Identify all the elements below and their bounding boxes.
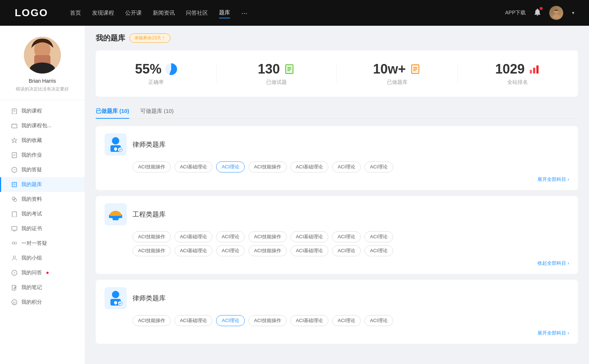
stat-done-banks: 10w+ 已做题库 bbox=[337, 58, 458, 89]
svg-point-1 bbox=[553, 14, 560, 18]
notification-dot bbox=[540, 7, 543, 10]
stat-accuracy-value: 55% bbox=[135, 61, 162, 77]
tag-2-4[interactable]: ACI基础理论 bbox=[290, 315, 329, 326]
avatar[interactable] bbox=[549, 6, 563, 20]
qa-icon: ? bbox=[11, 167, 18, 173]
svg-rect-16 bbox=[12, 182, 17, 187]
tag-1-e6[interactable]: ACI理论 bbox=[364, 245, 393, 256]
tag-2-0[interactable]: ACI技能操作 bbox=[133, 315, 171, 326]
sidebar-item-favorites[interactable]: 我的收藏 bbox=[0, 133, 85, 148]
my-qa-icon: ? bbox=[11, 270, 18, 276]
tag-1-4[interactable]: ACI基础理论 bbox=[290, 231, 329, 242]
nav-news[interactable]: 新闻资讯 bbox=[153, 8, 175, 18]
chevron-down-icon[interactable]: ▾ bbox=[572, 10, 574, 15]
engineer-bank-icon bbox=[105, 203, 127, 225]
sidebar-item-group[interactable]: 我的小组 bbox=[0, 251, 85, 265]
nav-qa[interactable]: 问答社区 bbox=[186, 8, 208, 18]
lawyer-bank-icon-2 bbox=[105, 287, 127, 309]
svg-rect-43 bbox=[533, 68, 535, 74]
page-title: 我的题库 bbox=[96, 33, 125, 43]
stat-done-questions-label: 已做试题 bbox=[266, 79, 287, 86]
my-course-icon bbox=[11, 108, 18, 114]
tag-1-e1[interactable]: ACI基础理论 bbox=[174, 245, 213, 256]
bank-tags-engineer-row1: ACI技能操作 ACI基础理论 ACI理论 ACI技能操作 ACI基础理论 AC… bbox=[133, 231, 569, 242]
notes-icon bbox=[11, 284, 18, 291]
nav-home[interactable]: 首页 bbox=[70, 8, 81, 18]
sidebar-item-my-course[interactable]: 我的课程 bbox=[0, 104, 85, 118]
certificate-icon bbox=[11, 225, 18, 232]
group-icon bbox=[11, 255, 18, 261]
tag-2-6[interactable]: ACI理论 bbox=[364, 315, 393, 326]
tag-1-1[interactable]: ACI基础理论 bbox=[174, 231, 213, 242]
bank-card-lawyer-2: 律师类题库 ACI技能操作 ACI基础理论 ACI理论 ACI技能操作 ACI基… bbox=[96, 280, 578, 344]
tag-1-2[interactable]: ACI理论 bbox=[216, 231, 245, 242]
expand-link-lawyer-1[interactable]: 展开全部科目 › bbox=[105, 176, 569, 183]
nav-more[interactable]: ··· bbox=[241, 9, 247, 17]
app-download-button[interactable]: APP下载 bbox=[505, 10, 526, 16]
sidebar-item-homework[interactable]: 我的作业 bbox=[0, 148, 85, 163]
svg-point-45 bbox=[112, 137, 119, 144]
sidebar-item-question-bank[interactable]: 我的题库 bbox=[0, 177, 85, 192]
bank-card-header-engineer: 工程类题库 bbox=[105, 203, 569, 225]
sidebar-item-exam[interactable]: 我的考试 bbox=[0, 207, 85, 221]
tag-0-6[interactable]: ACI理论 bbox=[364, 161, 393, 172]
sidebar-item-certificate[interactable]: 我的证书 bbox=[0, 221, 85, 236]
course-package-icon bbox=[11, 122, 18, 129]
bank-card-lawyer-1: 律师类题库 ACI技能操作 ACI基础理论 ACI理论 ACI技能操作 ACI基… bbox=[96, 126, 578, 190]
tag-2-5[interactable]: ACI理论 bbox=[332, 315, 361, 326]
tag-0-0[interactable]: ACI技能操作 bbox=[133, 161, 171, 172]
tag-0-4[interactable]: ACI基础理论 bbox=[290, 161, 329, 172]
question-bank-icon bbox=[11, 181, 18, 188]
trial-badge: 体验剩余23天！ bbox=[130, 33, 170, 43]
tag-2-1[interactable]: ACI基础理论 bbox=[174, 315, 213, 326]
nav-question-bank[interactable]: 题库 bbox=[219, 8, 230, 18]
sidebar-item-my-qa[interactable]: ? 我的问答 bbox=[0, 265, 85, 280]
svg-rect-50 bbox=[109, 216, 122, 218]
accuracy-icon bbox=[165, 63, 177, 75]
sidebar-item-1on1[interactable]: 一对一答疑 bbox=[0, 236, 85, 251]
stat-done-banks-value: 10w+ bbox=[373, 61, 406, 77]
my-data-icon bbox=[11, 196, 18, 203]
tab-available-banks[interactable]: 可做题库 (10) bbox=[140, 104, 174, 118]
tag-1-e5[interactable]: ACI理论 bbox=[332, 245, 361, 256]
tag-1-e3[interactable]: ACI技能操作 bbox=[248, 245, 287, 256]
tag-2-2[interactable]: ACI理论 bbox=[216, 315, 245, 326]
expand-link-lawyer-2[interactable]: 展开全部科目 › bbox=[105, 330, 569, 336]
tag-1-5[interactable]: ACI理论 bbox=[332, 231, 361, 242]
content: 我的题库 体验剩余23天！ 55% 正确率 130 bbox=[85, 26, 589, 364]
tag-1-e0[interactable]: ACI技能操作 bbox=[133, 245, 171, 256]
tag-1-0[interactable]: ACI技能操作 bbox=[133, 231, 171, 242]
header: LOGO 首页 发现课程 公开课 新闻资讯 问答社区 题库 ··· APP下载 … bbox=[0, 0, 589, 26]
done-banks-icon bbox=[409, 63, 421, 75]
sidebar-item-notes[interactable]: 我的笔记 bbox=[0, 280, 85, 295]
sidebar-item-points[interactable]: 积 我的积分 bbox=[0, 295, 85, 310]
tag-1-e4[interactable]: ACI基础理论 bbox=[290, 245, 329, 256]
tag-1-e2[interactable]: ACI理论 bbox=[216, 245, 245, 256]
svg-text:?: ? bbox=[13, 168, 15, 172]
sidebar-item-course-package[interactable]: 我的课程包... bbox=[0, 118, 85, 133]
notification-bell[interactable] bbox=[533, 8, 542, 18]
svg-point-25 bbox=[14, 242, 17, 244]
bank-title-engineer: 工程类题库 bbox=[133, 210, 166, 219]
tag-0-2[interactable]: ACI理论 bbox=[216, 161, 245, 172]
tag-0-5[interactable]: ACI理论 bbox=[332, 161, 361, 172]
logo: LOGO bbox=[15, 7, 48, 19]
svg-marker-12 bbox=[12, 138, 17, 143]
bank-card-header-lawyer-2: 律师类题库 bbox=[105, 287, 569, 309]
nav-discover[interactable]: 发现课程 bbox=[92, 8, 114, 18]
tag-0-1[interactable]: ACI基础理论 bbox=[174, 161, 213, 172]
tag-1-3[interactable]: ACI技能操作 bbox=[248, 231, 287, 242]
sidebar: Brian Harris 错误的决定比没有决定要好 我的课程 我的课程包... bbox=[0, 26, 85, 364]
svg-rect-51 bbox=[113, 218, 119, 220]
tag-2-3[interactable]: ACI技能操作 bbox=[248, 315, 287, 326]
bank-tags-lawyer-1: ACI技能操作 ACI基础理论 ACI理论 ACI技能操作 ACI基础理论 AC… bbox=[133, 161, 569, 172]
nav-open-course[interactable]: 公开课 bbox=[125, 8, 142, 18]
bank-title-lawyer-2: 律师类题库 bbox=[133, 294, 166, 303]
tag-0-3[interactable]: ACI技能操作 bbox=[248, 161, 287, 172]
collapse-link-engineer[interactable]: 收起全部科目 › bbox=[105, 260, 569, 267]
tag-1-6[interactable]: ACI理论 bbox=[364, 231, 393, 242]
sidebar-item-qa[interactable]: ? 我的答疑 bbox=[0, 163, 85, 177]
sidebar-item-my-data[interactable]: 我的资料 bbox=[0, 192, 85, 207]
profile-motto: 错误的决定比没有决定要好 bbox=[16, 86, 69, 92]
tab-done-banks[interactable]: 已做题库 (10) bbox=[96, 104, 129, 118]
